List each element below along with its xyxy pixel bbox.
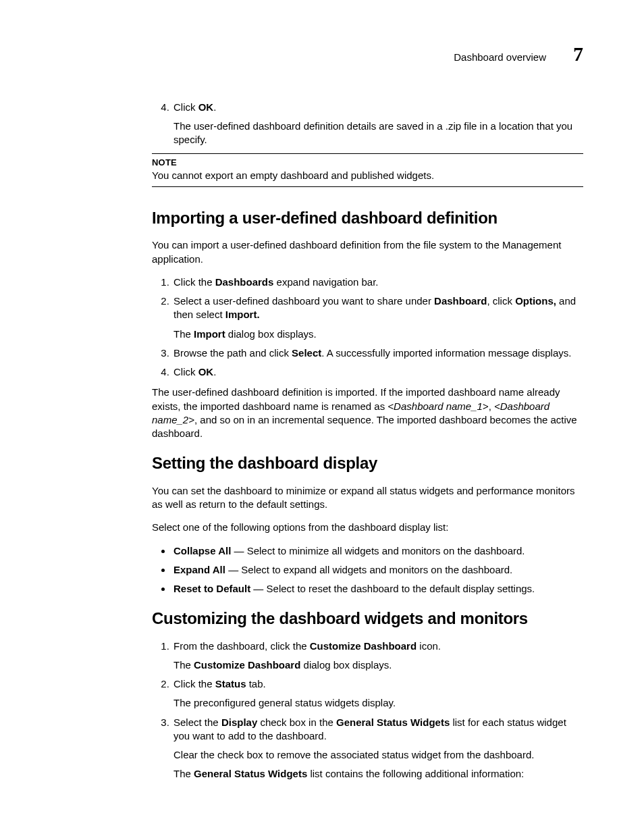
dash-icon [225,564,241,575]
chapter-number: 7 [573,41,583,68]
heading-setting: Setting the dashboard display [152,452,583,474]
step-click-ok: Click OK. The user-defined dashboard def… [172,101,583,147]
customize-step-1-sub: The Customize Dashboard dialog box displ… [173,658,583,672]
running-header: Dashboard overview 7 [152,41,583,68]
setting-option-collapse: Collapse AllSelect to minimize all widge… [172,544,583,558]
customize-step-3: Select the Display check box in the Gene… [172,716,583,781]
setting-intro: You can set the dashboard to minimize or… [152,484,583,512]
step-sub: The user-defined dashboard definition de… [173,120,583,147]
import-steps: Click the Dashboards expand navigation b… [152,276,583,380]
import-step-4: Click OK. [172,365,583,379]
import-step-1: Click the Dashboards expand navigation b… [172,276,583,289]
setting-option-reset: Reset to DefaultSelect to reset the dash… [172,582,583,596]
customize-steps: From the dashboard, click the Customize … [152,640,583,781]
note-text: You cannot export an empty dashboard and… [152,169,583,182]
customize-step-3-sub2: The General Status Widgets list contains… [173,767,583,781]
dash-icon [250,583,266,594]
import-trailing: The user-defined dashboard definition is… [152,386,583,440]
import-step-3: Browse the path and click Select. A succ… [172,346,583,360]
customize-step-1: From the dashboard, click the Customize … [172,640,583,673]
page: Dashboard overview 7 Click OK. The user-… [0,0,644,834]
setting-option-expand: Expand AllSelect to expand all widgets a… [172,563,583,577]
running-title: Dashboard overview [454,51,546,64]
setting-lead: Select one of the following options from… [152,521,583,534]
customize-step-2: Click the Status tab. The preconfigured … [172,677,583,710]
import-step-2: Select a user-defined dashboard you want… [172,294,583,341]
note-label: NOTE [152,157,583,169]
note-block: NOTE You cannot export an empty dashboar… [152,153,583,187]
step-text: Click OK. [173,101,216,113]
import-intro: You can import a user-defined dashboard … [152,238,583,266]
customize-step-2-sub: The preconfigured general status widgets… [173,696,583,710]
heading-importing: Importing a user-defined dashboard defin… [152,207,583,229]
customize-step-3-sub1: Clear the check box to remove the associ… [173,748,583,762]
dash-icon [231,545,246,556]
heading-customizing: Customizing the dashboard widgets and mo… [152,608,583,629]
import-step-2-sub: The Import dialog box displays. [173,328,583,341]
setting-options: Collapse AllSelect to minimize all widge… [152,544,583,596]
prev-steps-continued: Click OK. The user-defined dashboard def… [152,101,583,147]
